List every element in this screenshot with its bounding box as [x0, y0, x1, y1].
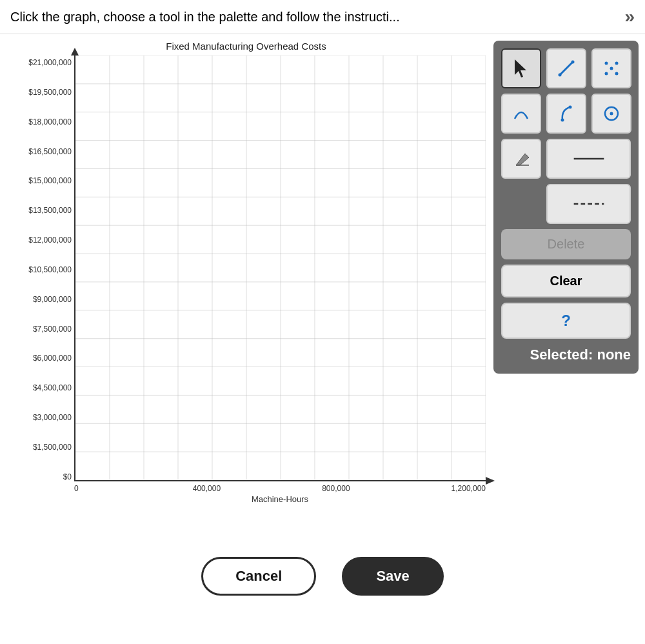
save-button[interactable]: Save	[342, 557, 443, 596]
svg-point-31	[571, 61, 575, 64]
selected-status: Selected: none	[501, 344, 631, 366]
tool-row-3	[501, 139, 631, 224]
x-label: 400,000	[193, 484, 221, 493]
y-label: $4,500,000	[33, 383, 72, 392]
points-tool-button[interactable]	[591, 48, 631, 88]
instruction-bar: Click the graph, choose a tool in the pa…	[0, 0, 645, 34]
y-label: $3,000,000	[33, 413, 72, 422]
graph-grid	[75, 55, 486, 480]
x-axis-labels: 0 400,000 800,000 1,200,000	[74, 484, 486, 493]
circle-icon	[601, 103, 622, 124]
svg-point-35	[605, 72, 608, 75]
x-label: 0	[74, 484, 79, 493]
y-label: $15,000,000	[28, 176, 72, 185]
svg-point-40	[610, 112, 613, 116]
svg-line-29	[560, 62, 573, 75]
y-label: $21,000,000	[28, 58, 72, 67]
y-label: $10,500,000	[28, 265, 72, 274]
tool-row-1	[501, 48, 631, 88]
graph-container: $21,000,000 $19,500,000 $18,000,000 $16,…	[6, 55, 486, 494]
help-button[interactable]: ?	[501, 303, 631, 339]
x-label: 1,200,000	[452, 484, 486, 493]
svg-point-32	[605, 62, 608, 65]
y-label: $18,000,000	[28, 117, 72, 126]
y-label: $9,000,000	[33, 295, 72, 304]
main-content: Fixed Manufacturing Overhead Costs $21,0…	[0, 34, 645, 538]
y-label: $6,000,000	[33, 354, 72, 363]
y-label: $7,500,000	[33, 325, 72, 334]
line-icon	[556, 58, 577, 79]
svg-point-38	[561, 119, 564, 122]
instruction-text: Click the graph, choose a tool in the pa…	[10, 10, 400, 25]
x-axis-title: Machine-Hours	[74, 494, 486, 504]
points-icon	[601, 58, 622, 79]
y-axis-labels: $21,000,000 $19,500,000 $18,000,000 $16,…	[6, 55, 74, 494]
y-label: $1,500,000	[33, 443, 72, 452]
chevron-icon: »	[624, 6, 635, 27]
svg-point-30	[559, 74, 562, 77]
tool-palette: Delete Clear ? Selected: none	[493, 41, 639, 374]
clear-button[interactable]: Clear	[501, 265, 631, 297]
pointer-tool-button[interactable]	[501, 48, 541, 88]
graph-plot-area: 0 400,000 800,000 1,200,000 Machine-Hour…	[74, 55, 486, 494]
solid-line-icon	[573, 155, 605, 163]
circle-tool-button[interactable]	[591, 94, 631, 134]
delete-button[interactable]: Delete	[501, 229, 631, 259]
svg-marker-28	[515, 59, 526, 77]
cancel-button[interactable]: Cancel	[201, 557, 316, 596]
y-label: $19,500,000	[28, 88, 72, 97]
curve-tool-button[interactable]	[501, 94, 541, 134]
arc-tool-button[interactable]	[546, 94, 586, 134]
x-label: 800,000	[322, 484, 350, 493]
y-label: $12,000,000	[28, 236, 72, 245]
pointer-icon	[511, 58, 531, 79]
x-axis-arrow	[486, 477, 495, 485]
solid-line-button[interactable]	[546, 139, 631, 179]
eraser-icon	[511, 148, 531, 169]
graph-canvas[interactable]	[74, 55, 486, 481]
dashed-line-button[interactable]	[546, 184, 631, 224]
y-label: $16,500,000	[28, 147, 72, 156]
line-style-column	[546, 139, 631, 224]
svg-point-34	[610, 67, 613, 70]
svg-point-37	[569, 106, 572, 109]
y-axis-arrow	[71, 48, 79, 55]
dashed-line-icon	[573, 200, 605, 208]
svg-point-36	[615, 72, 619, 75]
eraser-tool-button[interactable]	[501, 139, 541, 179]
arc-icon	[556, 103, 577, 124]
line-tool-button[interactable]	[546, 48, 586, 88]
svg-point-33	[615, 62, 619, 65]
tool-row-2	[501, 94, 631, 134]
y-label: $13,500,000	[28, 206, 72, 215]
graph-area[interactable]: Fixed Manufacturing Overhead Costs $21,0…	[6, 41, 486, 538]
bottom-buttons: Cancel Save	[0, 557, 645, 615]
y-label: $0	[63, 472, 72, 481]
curve-icon	[511, 103, 531, 124]
